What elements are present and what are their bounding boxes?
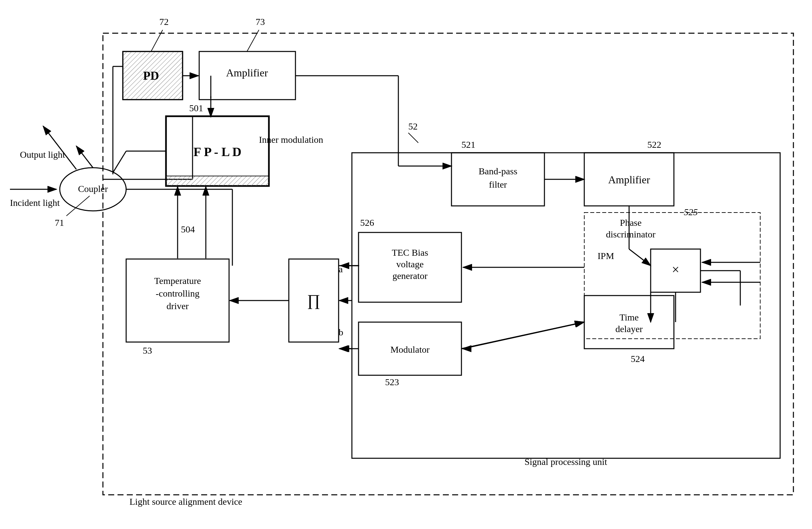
svg-text:discriminator: discriminator (606, 229, 656, 240)
svg-text:Coupler: Coupler (78, 184, 108, 194)
label-53: 53 (143, 345, 152, 356)
diagram: Coupler Incident light Output light 71 (0, 0, 812, 529)
svg-line-74 (113, 151, 126, 173)
label-b: b (338, 327, 343, 338)
label-72: 72 (159, 17, 169, 27)
svg-text:Time: Time (620, 312, 639, 323)
svg-rect-23 (352, 153, 780, 458)
amplifier-right-label: Amplifier (608, 174, 650, 186)
amplifier-top-label: Amplifier (226, 67, 268, 79)
label-71: 71 (55, 217, 64, 228)
svg-text:Band-pass: Band-pass (479, 166, 518, 176)
svg-line-75 (76, 146, 93, 168)
label-521: 521 (461, 140, 475, 150)
incident-light-label: Incident light (10, 198, 60, 208)
output-light-label: Output light (20, 149, 65, 160)
svg-text:Modulator: Modulator (390, 344, 430, 355)
svg-text:Temperature: Temperature (154, 276, 201, 286)
svg-text:TEC Bias: TEC Bias (392, 247, 428, 258)
svg-line-22 (408, 133, 418, 143)
svg-text:delayer: delayer (615, 324, 643, 334)
label-504: 504 (181, 224, 195, 234)
signal-processing-label: Signal processing unit (524, 457, 607, 467)
fp-ld-label: F P - L D (193, 145, 241, 159)
pd-label: PD (143, 69, 159, 82)
svg-text:driver: driver (166, 301, 189, 311)
label-525: 525 (684, 207, 698, 217)
svg-text:-controlling: -controlling (156, 288, 200, 299)
light-source-label: Light source alignment device (129, 497, 242, 507)
label-522: 522 (647, 140, 661, 150)
label-524: 524 (631, 354, 645, 364)
svg-line-78 (461, 322, 584, 349)
label-526: 526 (360, 217, 374, 228)
svg-text:generator: generator (392, 271, 427, 281)
label-73: 73 (256, 17, 265, 27)
multiply-label: × (672, 262, 680, 277)
svg-text:filter: filter (489, 179, 507, 190)
label-523: 523 (385, 377, 399, 387)
svg-line-34 (629, 249, 651, 266)
ipm-label: IPM (597, 251, 614, 261)
svg-line-9 (67, 196, 90, 216)
svg-text:Phase: Phase (620, 217, 641, 228)
svg-line-4 (43, 126, 76, 169)
label-501: 501 (189, 103, 203, 113)
svg-text:voltage: voltage (396, 259, 424, 269)
svg-rect-0 (103, 33, 794, 495)
svg-rect-65 (166, 176, 269, 186)
svg-rect-59 (126, 259, 229, 342)
label-52: 52 (408, 121, 418, 131)
integrator-label: ∏ (307, 291, 320, 309)
